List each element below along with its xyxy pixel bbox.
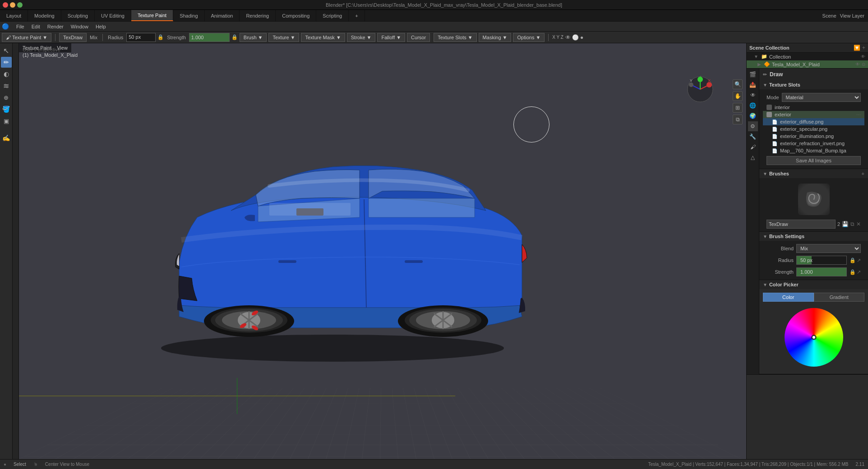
texture-slots-header[interactable]: ▼ Texture Slots: [759, 80, 868, 89]
smear-tool[interactable]: ≋: [1, 80, 12, 91]
view-icon[interactable]: 👁: [565, 34, 571, 41]
strength-curve-icon[interactable]: ↗: [857, 269, 861, 275]
tex-draw-select[interactable]: TexDraw: [59, 33, 87, 42]
menu-help[interactable]: Help: [92, 23, 110, 30]
scene-props-icon[interactable]: 🌐: [748, 101, 758, 110]
soften-tool[interactable]: ◐: [1, 69, 12, 79]
radius-field[interactable]: 50 px: [126, 33, 156, 42]
viewport-hand-icon[interactable]: ✋: [733, 91, 743, 101]
brush-btn[interactable]: Brush ▼: [240, 33, 267, 42]
brushes-add-icon[interactable]: +: [862, 171, 864, 176]
exterior-refraction-item[interactable]: 📄 exterior_refraction_invert.png: [763, 140, 864, 147]
tab-animation[interactable]: Animation: [205, 10, 240, 21]
brush-save-icon[interactable]: 💾: [842, 221, 849, 227]
tab-rendering[interactable]: Rendering: [240, 10, 276, 21]
exterior-slot[interactable]: exterior ⋯: [763, 111, 864, 118]
visibility-icon[interactable]: 👁: [861, 54, 865, 59]
color-tab-color[interactable]: Color: [763, 293, 814, 302]
exterior-illumination-item[interactable]: 📄 exterior_illumination.png: [763, 133, 864, 140]
material-props-icon[interactable]: 🖌: [748, 142, 758, 152]
normal-bump-item[interactable]: 📄 Map__760_Normal_Bump.tga: [763, 147, 864, 154]
window-controls[interactable]: [3, 2, 23, 8]
radius-lock-icon[interactable]: 🔒: [850, 257, 856, 263]
interior-slot[interactable]: interior: [763, 104, 864, 111]
data-props-icon[interactable]: △: [748, 152, 758, 162]
viewport-mode-label[interactable]: Texture Paint: [23, 45, 51, 51]
menu-file[interactable]: File: [13, 23, 28, 30]
model-select-icon[interactable]: ⊙: [862, 62, 865, 67]
viewport-view-btn[interactable]: View: [57, 45, 68, 51]
axis-lines: [19, 378, 746, 414]
modifier-props-icon[interactable]: 🔧: [748, 132, 758, 142]
brush-copy-icon[interactable]: ⧉: [850, 221, 854, 227]
model-item[interactable]: ▶ 🔶 Tesla_Model_X_Plaid 👁 ⊙: [747, 60, 868, 68]
radius-display: 50 px: [799, 257, 814, 263]
tab-modeling[interactable]: Modeling: [28, 10, 61, 21]
viewport-icons[interactable]: 👁 ⚪ ●: [565, 34, 583, 41]
masking-btn[interactable]: Masking ▼: [479, 33, 512, 42]
blend-select[interactable]: Mix: [796, 244, 861, 253]
strength-lock-icon[interactable]: 🔒: [850, 269, 856, 275]
radius-curve-icon[interactable]: ↗: [857, 257, 861, 263]
tab-layout[interactable]: Layout: [0, 10, 28, 21]
menu-render[interactable]: Render: [44, 23, 67, 30]
clone-tool[interactable]: ⊕: [1, 92, 12, 103]
brushes-header[interactable]: ▼ Brushes +: [759, 169, 868, 178]
tab-compositing[interactable]: Compositing: [276, 10, 316, 21]
output-props-icon[interactable]: 📤: [748, 80, 758, 90]
add-icon[interactable]: +: [862, 45, 865, 51]
texture-btn[interactable]: Texture ▼: [268, 33, 299, 42]
filter-icon[interactable]: 🔽: [854, 45, 860, 51]
model-visibility-icon[interactable]: 👁: [855, 62, 860, 67]
exterior-diffuse-item[interactable]: 📄 exterior_diffuse.png: [763, 118, 864, 125]
minimize-button[interactable]: [10, 2, 15, 8]
tab-sculpting[interactable]: Sculpting: [61, 10, 95, 21]
tab-shading[interactable]: Shading: [173, 10, 204, 21]
draw-header: ✏ Draw: [759, 69, 868, 80]
render-props-icon[interactable]: 🎬: [748, 69, 758, 79]
material-icon[interactable]: ⚪: [572, 34, 579, 41]
tab-texture-paint[interactable]: Texture Paint: [131, 10, 173, 21]
brush-preview-image[interactable]: [798, 184, 830, 215]
strength-value-field[interactable]: 1.000: [796, 267, 847, 276]
mode-select[interactable]: Material: [782, 93, 861, 102]
color-wheel[interactable]: [785, 308, 843, 367]
tab-scripting[interactable]: Scripting: [316, 10, 349, 21]
menu-edit[interactable]: Edit: [28, 23, 44, 30]
stroke-btn[interactable]: Stroke ▼: [347, 33, 376, 42]
color-tab-gradient[interactable]: Gradient: [814, 293, 865, 302]
texture-mask-btn[interactable]: Texture Mask ▼: [301, 33, 345, 42]
brush-name-field[interactable]: [766, 220, 836, 229]
viewport-zoom-icon[interactable]: 🔍: [733, 79, 743, 89]
exterior-specular-item[interactable]: 📄 exterior_specular.png: [763, 125, 864, 133]
close-button[interactable]: [3, 2, 8, 8]
cursor-btn[interactable]: Cursor: [407, 33, 430, 42]
cursor-tool[interactable]: ↖: [1, 45, 12, 56]
draw-tool[interactable]: ✏: [1, 57, 12, 68]
fill-tool[interactable]: 🪣: [1, 104, 12, 115]
color-picker-header[interactable]: ▼ Color Picker: [759, 280, 868, 289]
rendered-icon[interactable]: ●: [580, 34, 583, 41]
texture-paint-mode[interactable]: 🖌 Texture Paint ▼: [2, 33, 51, 42]
object-props-icon[interactable]: ⚙: [748, 121, 758, 131]
viewport-grid-icon[interactable]: ⊞: [733, 103, 743, 113]
viewport-layer-icon[interactable]: ⧉: [733, 115, 743, 124]
tab-add[interactable]: +: [349, 10, 365, 21]
falloff-btn[interactable]: Falloff ▼: [377, 33, 405, 42]
texture-slots-btn[interactable]: Texture Slots ▼: [434, 33, 476, 42]
brush-delete-icon[interactable]: ✕: [856, 221, 861, 227]
strength-field[interactable]: 1.000: [189, 33, 230, 42]
tab-uv-editing[interactable]: UV Editing: [95, 10, 131, 21]
radius-value-field[interactable]: 50 px: [796, 256, 847, 265]
mask-tool[interactable]: ▣: [1, 115, 12, 126]
viewport[interactable]: User Perspective (1) Tesla_Model_X_Plaid…: [19, 43, 746, 459]
annotate-tool[interactable]: ✍: [1, 133, 12, 143]
save-all-images-button[interactable]: Save All Images: [766, 156, 861, 165]
collection-item[interactable]: ▼ 📁 Collection 👁: [747, 53, 868, 60]
options-btn[interactable]: Options ▼: [513, 33, 545, 42]
world-props-icon[interactable]: 🌍: [748, 111, 758, 121]
maximize-button[interactable]: [17, 2, 23, 8]
view-layer-props-icon[interactable]: 👁: [748, 90, 758, 100]
brush-settings-header[interactable]: ▼ Brush Settings: [759, 232, 868, 241]
menu-window[interactable]: Window: [67, 23, 92, 30]
